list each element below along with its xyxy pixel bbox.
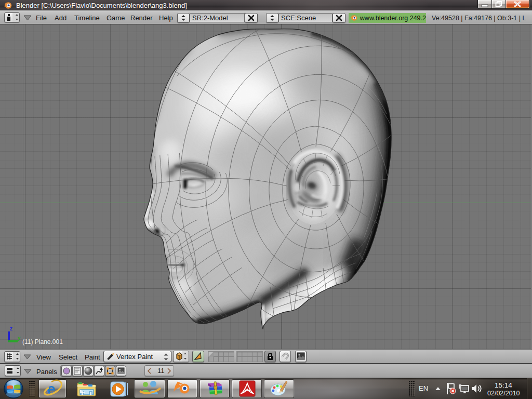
svg-text:y: y	[18, 335, 21, 341]
svg-text:z: z	[10, 326, 12, 331]
